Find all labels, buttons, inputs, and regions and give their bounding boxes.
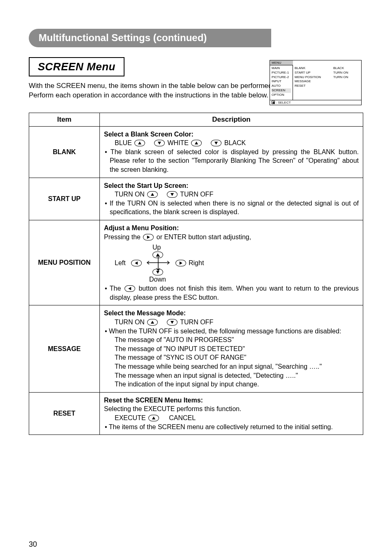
osd-val-blank: BLANK [295, 66, 330, 71]
item-startup: START UP [29, 178, 100, 220]
table-row: RESET Reset the SCREEN Menu Items: Selec… [29, 392, 363, 435]
osd-mini-menu: MENU MAIN PICTURE-1 PICTURE-2 INPUT AUTO… [270, 60, 362, 105]
cross-arrows-icon [146, 254, 171, 272]
message-title: Select the Message Mode: [104, 309, 359, 318]
desc-startup: Select the Start Up Screen: TURN ON TURN… [100, 178, 363, 220]
th-item: Item [29, 113, 100, 126]
opt-white: WHITE [167, 139, 189, 146]
blank-title: Select a Blank Screen Color: [104, 130, 359, 139]
osd-menu-col1: MAIN PICTURE-1 PICTURE-2 INPUT AUTO SCRE… [270, 65, 293, 100]
opt-blue: BLUE [115, 139, 132, 146]
intro-paragraph-1: With the SCREEN menu, the items shown in… [29, 81, 279, 91]
startup-title: Select the Start Up Screen: [104, 181, 359, 190]
osd-item-picture2: PICTURE-2 [272, 75, 291, 80]
page-header: Multifunctional Settings (continued) [29, 29, 271, 47]
message-line: The indication of the input signal by in… [104, 380, 359, 389]
label-right: Right [189, 259, 204, 268]
dpad-icon [272, 101, 275, 104]
table-row: MENU POSITION Adjust a Menu Position: Pr… [29, 220, 363, 305]
arrow-up-icon [147, 191, 158, 198]
desc-message: Select the Message Mode: TURN ON TURN OF… [100, 305, 363, 392]
arrow-down-icon [211, 140, 221, 146]
intro-paragraph-2: Perform each operation in accordance wit… [29, 91, 279, 100]
blank-bullet: • The blank screen of selected color is … [104, 148, 359, 174]
label-left: Left [115, 259, 126, 268]
reset-title: Reset the SCREEN Menu Items: [104, 396, 359, 405]
arrow-up-icon [191, 140, 202, 146]
opt-turnoff: TURN OFF [180, 319, 213, 326]
osd-footer: : SELECT [270, 100, 361, 105]
desc-blank: Select a Blank Screen Color: BLUE WHITE … [100, 126, 363, 178]
page-number: 30 [29, 540, 37, 549]
settings-table: Item Description BLANK Select a Blank Sc… [29, 113, 363, 435]
arrow-right-icon [143, 234, 154, 240]
osd-state-turnon1: TURN ON [333, 71, 356, 75]
section-title: SCREEN Menu [29, 57, 125, 76]
reset-line1: Selecting the EXECUTE performs this func… [104, 404, 359, 414]
menupos-bullet-a: • The [105, 285, 121, 292]
startup-bullet: • If the TURN ON is selected when there … [104, 199, 359, 217]
osd-state-black: BLACK [333, 66, 356, 71]
message-line: The message of "AUTO IN PROGRESS" [104, 335, 359, 344]
osd-state-turnon2: TURN ON [333, 75, 356, 80]
osd-item-picture1: PICTURE-1 [272, 71, 291, 75]
item-menuposition: MENU POSITION [29, 220, 100, 305]
osd-val-menuposition: MENU POSITION [295, 75, 330, 80]
opt-turnoff: TURN OFF [180, 191, 213, 198]
opt-black: BLACK [224, 139, 246, 146]
item-blank: BLANK [29, 126, 100, 178]
osd-footer-text: : SELECT [276, 101, 291, 104]
item-message: MESSAGE [29, 305, 100, 392]
menupos-line1a: Pressing the [104, 233, 141, 240]
osd-menu-col2: BLANK START UP MENU POSITION MESSAGE RES… [293, 65, 332, 100]
arrow-right-icon [175, 260, 186, 266]
menupos-bullet-b: button does not finish this item. When y… [110, 285, 359, 301]
osd-val-reset: RESET [295, 84, 330, 88]
osd-menu-col3: BLACK TURN ON TURN ON [332, 65, 358, 100]
message-line: The message of "NO INPUT IS DETECTED" [104, 344, 359, 354]
message-line: The message of "SYNC IS OUT OF RANGE" [104, 353, 359, 362]
menupos-title: Adjust a Menu Position: [104, 224, 359, 233]
arrow-left-icon [131, 260, 142, 266]
item-reset: RESET [29, 392, 100, 435]
osd-menu-label: MENU [270, 60, 293, 65]
dpad-diagram: Up Down Left Right [115, 243, 201, 282]
table-row: BLANK Select a Blank Screen Color: BLUE … [29, 126, 363, 178]
message-line: The message when an input signal is dete… [104, 371, 359, 380]
osd-item-main: MAIN [272, 66, 291, 71]
desc-reset: Reset the SCREEN Menu Items: Selecting t… [100, 392, 363, 435]
menupos-line1b: or ENTER button start adjusting, [157, 233, 251, 240]
reset-bullet: • The items of the SCREEN menu are colle… [104, 423, 359, 432]
desc-menuposition: Adjust a Menu Position: Pressing the or … [100, 220, 363, 305]
osd-item-input: INPUT [272, 79, 291, 84]
arrow-up-icon [134, 140, 145, 146]
arrow-left-icon [125, 285, 135, 292]
th-description: Description [100, 113, 363, 126]
osd-val-message: MESSAGE [295, 79, 330, 84]
osd-item-option: OPTION [272, 93, 291, 97]
osd-item-auto: AUTO [272, 84, 291, 88]
opt-cancel: CANCEL [169, 414, 196, 421]
table-row: START UP Select the Start Up Screen: TUR… [29, 178, 363, 220]
arrow-down-icon [154, 140, 165, 146]
opt-turnon: TURN ON [115, 191, 145, 198]
message-bullet: • When the TURN OFF is selected, the fol… [104, 327, 359, 336]
arrow-up-icon [148, 415, 159, 421]
arrow-down-icon [167, 319, 178, 326]
opt-turnon: TURN ON [115, 319, 145, 326]
table-header-row: Item Description [29, 113, 363, 126]
message-line: The message while being searched for an … [104, 362, 359, 371]
table-row: MESSAGE Select the Message Mode: TURN ON… [29, 305, 363, 392]
arrow-down-icon [167, 191, 178, 198]
arrow-up-icon [147, 319, 158, 326]
osd-item-screen: SCREEN [272, 88, 291, 93]
osd-val-startup: START UP [295, 71, 330, 75]
opt-execute: EXECUTE [115, 414, 146, 421]
